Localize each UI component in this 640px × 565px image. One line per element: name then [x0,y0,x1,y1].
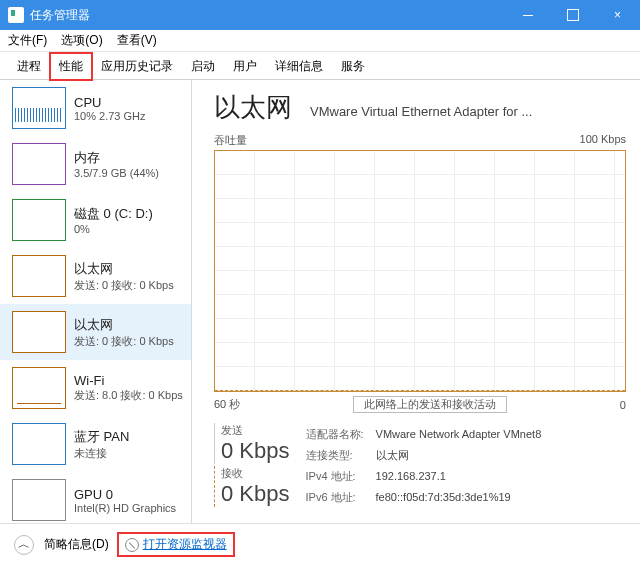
sidebar-item-memory[interactable]: 内存3.5/7.9 GB (44%) [0,136,191,192]
fewer-details-link[interactable]: 简略信息(D) [44,536,109,553]
tab-users[interactable]: 用户 [224,53,266,79]
tab-details[interactable]: 详细信息 [266,53,332,79]
wifi-thumb-icon [12,367,66,409]
panel-title: 以太网 [214,90,292,125]
memory-thumb-icon [12,143,66,185]
menu-options[interactable]: 选项(O) [61,32,102,49]
sidebar-item-ethernet-1[interactable]: 以太网发送: 0 接收: 0 Kbps [0,248,191,304]
sidebar-item-gpu[interactable]: GPU 0Intel(R) HD Graphics [0,472,191,523]
tab-processes[interactable]: 进程 [8,53,50,79]
open-resource-monitor-link[interactable]: 打开资源监视器 [143,536,227,553]
sidebar-item-bluetooth[interactable]: 蓝牙 PAN未连接 [0,416,191,472]
send-label: 发送 [221,423,290,438]
sidebar-item-disk[interactable]: 磁盘 0 (C: D:)0% [0,192,191,248]
menu-file[interactable]: 文件(F) [8,32,47,49]
detail-conn-type: 以太网 [376,446,542,465]
chart-overlay-label: 此网络上的发送和接收活动 [353,396,507,413]
recv-label: 接收 [221,466,290,481]
tab-services[interactable]: 服务 [332,53,374,79]
chart-x-right: 0 [620,399,626,411]
chart-y-max: 100 Kbps [580,133,626,148]
minimize-button[interactable] [505,0,550,30]
sidebar-item-label: GPU 0 [74,487,176,502]
adapter-details: 适配器名称:VMware Network Adapter VMnet8 连接类型… [304,423,544,509]
cpu-thumb-icon [12,87,66,129]
sidebar-item-label: CPU [74,95,146,110]
sidebar-item-label: 内存 [74,149,159,167]
ethernet-thumb-icon [12,255,66,297]
window-title: 任务管理器 [30,7,505,24]
tab-startup[interactable]: 启动 [182,53,224,79]
adapter-description: VMware Virtual Ethernet Adapter for ... [310,104,626,119]
sidebar-item-label: 以太网 [74,260,174,278]
app-icon [8,7,24,23]
sidebar-item-cpu[interactable]: CPU10% 2.73 GHz [0,80,191,136]
chevron-up-icon: ︿ [18,536,30,553]
menu-view[interactable]: 查看(V) [117,32,157,49]
sidebar-item-label: 以太网 [74,316,174,334]
title-bar: 任务管理器 × [0,0,640,30]
maximize-button[interactable] [550,0,595,30]
main-panel: 以太网 VMware Virtual Ethernet Adapter for … [192,80,640,523]
detail-ipv4: 192.168.237.1 [376,467,542,486]
footer: ︿ 简略信息(D) 打开资源监视器 [0,523,640,565]
detail-adapter-name: VMware Network Adapter VMnet8 [376,425,542,444]
sidebar-item-label: Wi-Fi [74,373,183,388]
disk-thumb-icon [12,199,66,241]
sidebar-item-label: 蓝牙 PAN [74,428,129,446]
sidebar-item-ethernet-2[interactable]: 以太网发送: 0 接收: 0 Kbps [0,304,191,360]
tab-app-history[interactable]: 应用历史记录 [92,53,182,79]
detail-ipv6: fe80::f05d:7d:35d:3de1%19 [376,488,542,507]
ethernet-thumb-icon [12,311,66,353]
tab-performance[interactable]: 性能 [50,53,92,80]
close-button[interactable]: × [595,0,640,30]
tab-bar: 进程 性能 应用历史记录 启动 用户 详细信息 服务 [0,52,640,80]
sidebar: CPU10% 2.73 GHz 内存3.5/7.9 GB (44%) 磁盘 0 … [0,80,192,523]
bluetooth-thumb-icon [12,423,66,465]
menu-bar: 文件(F) 选项(O) 查看(V) [0,30,640,52]
throughput-chart [214,150,626,392]
chart-y-label: 吞吐量 [214,133,247,148]
sidebar-item-wifi[interactable]: Wi-Fi发送: 8.0 接收: 0 Kbps [0,360,191,416]
resource-monitor-highlight: 打开资源监视器 [119,534,233,555]
resource-monitor-icon [125,538,139,552]
send-value: 0 Kbps [221,438,290,464]
chart-x-left: 60 秒 [214,397,240,412]
collapse-button[interactable]: ︿ [14,535,34,555]
sidebar-item-label: 磁盘 0 (C: D:) [74,205,153,223]
recv-value: 0 Kbps [221,481,290,507]
gpu-thumb-icon [12,479,66,521]
